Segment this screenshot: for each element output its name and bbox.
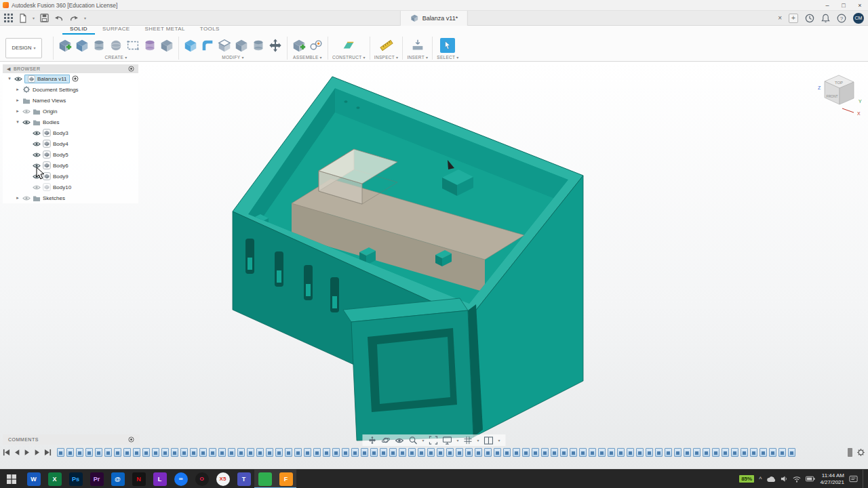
file-menu-icon[interactable]: [18, 14, 27, 23]
timeline-feature-icon[interactable]: [408, 448, 416, 457]
taskbar-app-teams[interactable]: T: [233, 470, 254, 488]
timeline-feature-icon[interactable]: [76, 448, 83, 457]
timeline-feature-icon[interactable]: [342, 448, 349, 457]
visibility-eye-icon[interactable]: [22, 119, 31, 125]
group-create-label[interactable]: CREATE: [105, 55, 124, 60]
sketch-icon[interactable]: [125, 38, 140, 53]
step-back-icon[interactable]: [14, 449, 20, 456]
timeline-feature-icon[interactable]: [617, 448, 625, 457]
taskbar-app-fusion-360[interactable]: F: [275, 470, 296, 488]
timeline-feature-icon[interactable]: [199, 448, 207, 457]
timeline-feature-icon[interactable]: [313, 448, 321, 457]
timeline-feature-icon[interactable]: [731, 448, 738, 457]
timeline-feature-icon[interactable]: [712, 448, 719, 457]
timeline-feature-icon[interactable]: [684, 448, 691, 457]
start-button[interactable]: [0, 470, 23, 488]
timeline-feature-icon[interactable]: [760, 448, 767, 457]
timeline-feature-icon[interactable]: [161, 448, 169, 457]
clock[interactable]: 11:44 AM 4/27/2021: [820, 472, 844, 486]
timeline-feature-icon[interactable]: [722, 448, 729, 457]
collapse-panel-icon[interactable]: ◀: [7, 66, 11, 72]
press-pull-icon[interactable]: [183, 38, 198, 53]
browser-row-sketches[interactable]: ▸ Sketches: [3, 192, 138, 203]
visibility-eye-icon[interactable]: [33, 184, 41, 190]
browser-row-body6[interactable]: Body6: [3, 160, 138, 171]
data-panel-grid-icon[interactable]: [4, 14, 13, 22]
browser-row-body9[interactable]: Body9: [3, 171, 138, 182]
combine-icon[interactable]: [234, 38, 249, 53]
volume-icon[interactable]: [781, 475, 788, 483]
expand-icon[interactable]: ▾: [7, 76, 12, 81]
browser-row-named-views[interactable]: ▸ Named Views: [3, 95, 138, 106]
undo-icon[interactable]: [54, 14, 64, 22]
offset-face-icon[interactable]: [251, 38, 266, 53]
timeline-feature-icon[interactable]: [636, 448, 644, 457]
timeline-feature-icon[interactable]: [703, 448, 710, 457]
expand-icon[interactable]: ▾: [15, 119, 20, 125]
timeline-feature-icon[interactable]: [655, 448, 663, 457]
timeline-feature-icon[interactable]: [389, 448, 397, 457]
timeline-feature-icon[interactable]: [294, 448, 302, 457]
document-tab[interactable]: Balanza v11*: [400, 11, 468, 26]
timeline-feature-icon[interactable]: [437, 448, 444, 457]
timeline-feature-icon[interactable]: [560, 448, 568, 457]
browser-row-origin[interactable]: ▸ Origin: [3, 106, 138, 117]
taskbar-app-opera[interactable]: O: [191, 470, 212, 488]
timeline-scroll-thumb[interactable]: [848, 448, 852, 457]
timeline-feature-icon[interactable]: [133, 448, 140, 457]
redo-caret-icon[interactable]: ▾: [84, 16, 86, 20]
close-document-tab-button[interactable]: ×: [778, 14, 782, 22]
expand-icon[interactable]: ▸: [15, 195, 20, 201]
timeline-feature-icon[interactable]: [788, 448, 795, 457]
browser-row-document-settings[interactable]: ▸ Document Settings: [3, 84, 138, 95]
grid-caret-icon[interactable]: ▾: [477, 438, 479, 443]
select-tool[interactable]: [440, 38, 455, 53]
group-inspect-label[interactable]: INSPECT: [374, 55, 395, 60]
timeline-feature-icon[interactable]: [446, 448, 454, 457]
group-assemble-label[interactable]: ASSEMBLE: [293, 55, 318, 60]
browser-row-body10[interactable]: Body10: [3, 182, 138, 192]
browser-row-root[interactable]: ▾ Balanza v11: [3, 73, 138, 84]
timeline-settings-gear-icon[interactable]: [856, 448, 865, 457]
sphere-icon[interactable]: [108, 38, 123, 53]
taskbar-app-photoshop[interactable]: Ps: [65, 470, 86, 488]
timeline-feature-icon[interactable]: [570, 448, 577, 457]
group-construct-label[interactable]: CONSTRUCT: [332, 55, 362, 60]
timeline-feature-icon[interactable]: [608, 448, 615, 457]
timeline-feature-icon[interactable]: [152, 448, 159, 457]
tab-tools[interactable]: TOOLS: [193, 26, 227, 35]
timeline-feature-icon[interactable]: [418, 448, 425, 457]
timeline-feature-icon[interactable]: [190, 448, 197, 457]
timeline-feature-icon[interactable]: [351, 448, 359, 457]
taskbar-app-mail[interactable]: @: [107, 470, 128, 488]
timeline-feature-icon[interactable]: [456, 448, 463, 457]
workspace-selector[interactable]: DESIGN ▾: [5, 38, 42, 58]
tab-sheet-metal[interactable]: SHEET METAL: [138, 26, 193, 35]
fit-icon[interactable]: [429, 436, 437, 445]
timeline-feature-icon[interactable]: [598, 448, 606, 457]
timeline-feature-icon[interactable]: [551, 448, 558, 457]
job-status-icon[interactable]: [805, 14, 814, 23]
timeline-feature-icon[interactable]: [85, 448, 93, 457]
grid-settings-icon[interactable]: [464, 436, 473, 445]
redo-icon[interactable]: [69, 14, 79, 22]
minimize-button[interactable]: –: [819, 0, 835, 11]
viewports-caret-icon[interactable]: ▾: [498, 438, 500, 443]
expand-icon[interactable]: ▸: [15, 108, 20, 114]
timeline-feature-icon[interactable]: [380, 448, 387, 457]
timeline-feature-icon[interactable]: [285, 448, 292, 457]
viewcube[interactable]: TOP FRONT X Z Y: [818, 75, 862, 116]
timeline-feature-icon[interactable]: [209, 448, 216, 457]
timeline-feature-icon[interactable]: [503, 448, 511, 457]
battery-percent-badge[interactable]: 85%: [739, 475, 754, 483]
visibility-eye-icon[interactable]: [22, 108, 31, 115]
timeline-feature-icon[interactable]: [323, 448, 330, 457]
pipe-icon[interactable]: [159, 38, 174, 53]
tray-expand-icon[interactable]: ^: [759, 476, 762, 483]
show-desktop-button[interactable]: [863, 470, 865, 488]
taskbar-app-excel[interactable]: X: [44, 470, 65, 488]
timeline-feature-icon[interactable]: [769, 448, 776, 457]
timeline-feature-icon[interactable]: [123, 448, 131, 457]
timeline-feature-icon[interactable]: [275, 448, 283, 457]
timeline-feature-icon[interactable]: [665, 448, 672, 457]
